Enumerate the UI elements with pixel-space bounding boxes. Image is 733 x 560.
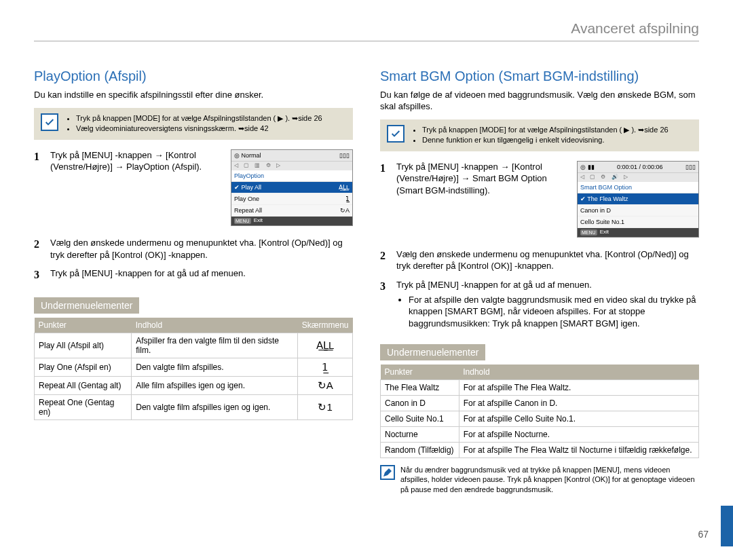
table-row: The Flea WaltzFor at afspille The Flea W… — [381, 380, 699, 396]
lcd-play-icon: ◎ ▮▮ — [580, 163, 595, 171]
note-item: Tryk på knappen [MODE] for at vælge Afsp… — [422, 125, 669, 135]
submenu-table-left: Punkter Indhold Skærmmenu Play All (Afsp… — [34, 318, 353, 420]
table-header: Indhold — [459, 365, 698, 380]
lcd-footer: MENU Exit — [578, 228, 698, 237]
lcd-footer: MENU Exit — [231, 217, 352, 225]
intro-right: Du kan følge de af videoen med baggrunds… — [380, 90, 699, 113]
step-text: Vælg den ønskede undermenu og menupunkte… — [50, 237, 353, 261]
precheck-icon — [387, 125, 405, 143]
step-text: Tryk på [MENU] -knappen → [Kontrol (Vens… — [50, 149, 219, 173]
lcd-toolbar: ◁ ▢ ⚙ 🔊 ▷ — [578, 173, 698, 182]
repeat-all-icon: ↻A — [298, 376, 353, 394]
step-text: Vælg den ønskede undermenu og menupunkte… — [396, 248, 699, 272]
lcd-toolbar: ◁ ▢ ▥ ⚙ ▷ — [231, 162, 352, 170]
step-text: Tryk på [MENU] -knappen for at gå ud af … — [50, 267, 353, 282]
lcd-row: Canon in D — [578, 205, 698, 217]
repeat-one-icon: ↻1 — [298, 394, 353, 419]
table-row: Cello Suite No.1For at afspille Cello Su… — [381, 411, 699, 427]
lcd-mode-icon: ◎ Normal — [234, 151, 261, 160]
lcd-row: Play One 1̲ — [231, 193, 352, 205]
step-number: 2 — [380, 248, 390, 272]
chapter-title: Avanceret afspilning — [34, 20, 699, 41]
table-header: Skærmmenu — [298, 318, 353, 333]
note-icon — [380, 465, 395, 480]
note-item: Denne funktion er kun tilgængelig i enke… — [422, 135, 669, 145]
lcd-row: Repeat All ↻A — [231, 205, 352, 217]
intro-left: Du kan indstille en specifik afspilnings… — [34, 90, 353, 101]
play-one-icon: 1̲ — [298, 358, 353, 376]
note-item: Vælg videominiatureoversigtens visningss… — [76, 124, 322, 134]
step-text: Tryk på [MENU] -knappen for at gå ud af … — [396, 279, 699, 329]
battery-icon: ▯▯▯ — [685, 163, 696, 171]
table-row: Repeat One (Gentag en)Den valgte film af… — [35, 394, 353, 419]
table-row: NocturneFor at afspille Nocturne. — [381, 427, 699, 443]
table-header: Punkter — [35, 318, 132, 333]
footnote-text: Når du ændrer baggrundsmusik ved at tryk… — [400, 465, 699, 494]
right-column: Smart BGM Option (Smart BGM-indstilling)… — [380, 69, 699, 494]
step-text: Tryk på [MENU] -knappen → [Kontrol (Vens… — [396, 161, 565, 197]
table-row: Random (Tilfældig)For at afspille The Fl… — [381, 443, 699, 458]
lcd-menu-title: PlayOption — [231, 170, 352, 182]
repeat-all-icon: ↻A — [340, 206, 350, 214]
lcd-screenshot-right: ◎ ▮▮ 0:00:01 / 0:00:06 ▯▯▯ ◁ ▢ ⚙ 🔊 ▷ Sma… — [577, 161, 699, 238]
table-row: Canon in DFor at afspille Canon in D. — [381, 396, 699, 411]
lcd-menu-title: Smart BGM Option — [578, 182, 698, 193]
step-number: 3 — [380, 279, 390, 329]
submenu-header: Undermenuelementer — [380, 344, 485, 360]
play-all-icon: A͟L͟L — [339, 183, 350, 191]
submenu-header: Undermenuelementer — [34, 297, 139, 314]
table-header: Punkter — [381, 365, 459, 380]
battery-icon: ▯▯▯ — [339, 151, 350, 160]
table-row: Play One (Afspil en)Den valgte film afsp… — [35, 358, 353, 376]
page-edge-tab — [721, 506, 733, 546]
lcd-screenshot-left: ◎ Normal ▯▯▯ ◁ ▢ ▥ ⚙ ▷ PlayOption ✔ Play… — [231, 149, 353, 226]
table-row: Repeat All (Gentag alt)Alle film afspill… — [35, 376, 353, 394]
footnote: Når du ændrer baggrundsmusik ved at tryk… — [380, 465, 699, 494]
table-header: Indhold — [132, 318, 298, 333]
lcd-row: ✔ Play All A͟L͟L — [231, 182, 352, 193]
precheck-icon — [41, 113, 58, 131]
play-one-icon: 1̲ — [345, 195, 350, 203]
play-all-icon: A͟L͟L — [298, 333, 353, 358]
note-box-left: Tryk på knappen [MODE] for at vælge Afsp… — [34, 108, 353, 140]
section-title-left: PlayOption (Afspil) — [34, 69, 353, 84]
note-box-right: Tryk på knappen [MODE] for at vælge Afsp… — [380, 119, 699, 151]
left-column: PlayOption (Afspil) Du kan indstille en … — [34, 69, 353, 494]
note-item: Tryk på knappen [MODE] for at vælge Afsp… — [76, 113, 322, 124]
step-number: 3 — [34, 267, 43, 282]
step-number: 1 — [34, 149, 43, 230]
step-bullet: For at afspille den valgte baggrundsmusi… — [409, 294, 699, 330]
step-number: 1 — [380, 161, 390, 242]
section-title-right: Smart BGM Option (Smart BGM-indstilling) — [380, 69, 699, 84]
lcd-row: Cello Suite No.1 — [578, 217, 698, 228]
step-number: 2 — [34, 237, 43, 261]
lcd-time: 0:00:01 / 0:00:06 — [617, 163, 663, 171]
lcd-row: ✔ The Flea Waltz — [578, 193, 698, 205]
table-row: Play All (Afspil alt)Afspiller fra den v… — [35, 333, 353, 358]
submenu-table-right: Punkter Indhold The Flea WaltzFor at afs… — [380, 365, 699, 458]
page-number: 67 — [698, 529, 709, 540]
